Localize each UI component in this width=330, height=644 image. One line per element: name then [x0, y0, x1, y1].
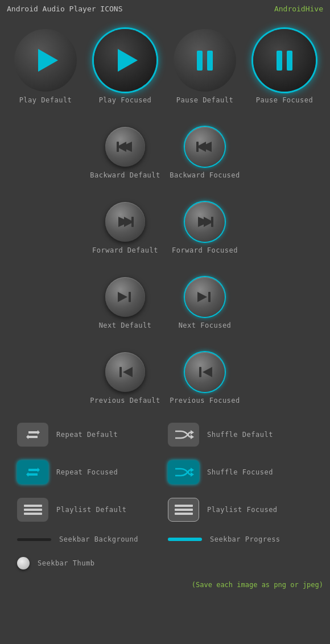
forward-focused-cell: Forward Focused: [165, 196, 245, 260]
header-title: Android Audio Player ICONS: [7, 5, 123, 13]
svg-marker-16: [123, 367, 133, 377]
header: Android Audio Player ICONS AndroidHive: [0, 0, 330, 18]
playlist-default-button[interactable]: [17, 498, 48, 522]
backward-focused-cell: Backward Focused: [165, 121, 245, 185]
next-default-button[interactable]: [105, 277, 145, 317]
svg-marker-14: [197, 292, 207, 302]
pause-default-icon: [197, 51, 213, 71]
seekbar-bg-row: Seekbar Background: [6, 531, 156, 548]
shuffle-default-icon: [174, 427, 194, 443]
pause-bar-left: [197, 51, 203, 71]
pause-default-cell: Pause Default: [165, 23, 245, 110]
svg-marker-22: [191, 435, 194, 439]
next-default-icon: [116, 289, 134, 305]
next-focused-label: Next Focused: [179, 321, 232, 329]
next-focused-cell: Next Focused: [165, 271, 245, 335]
repeat-focused-button[interactable]: [17, 460, 48, 484]
backward-focused-label: Backward Focused: [170, 171, 240, 179]
playlist-default-row: Playlist Default: [6, 493, 156, 526]
repeat-shuffle-focused-section: Repeat Focused Shuffle Focused: [0, 453, 330, 491]
footer-note-text: (Save each image as png or jpeg): [192, 581, 323, 589]
backward-default-cell: Backward Default: [85, 121, 165, 185]
forward-focused-icon: [195, 214, 215, 230]
seekbar-thumb-section: Seekbar Thumb: [0, 550, 330, 576]
play-focused-label: Play Focused: [99, 96, 152, 104]
svg-marker-25: [191, 430, 194, 435]
play-default-button[interactable]: [14, 29, 77, 92]
shuffle-default-button[interactable]: [168, 423, 199, 447]
play-pause-section: Play Default Play Focused Pause Default …: [0, 18, 330, 115]
shuffle-focused-button[interactable]: [168, 460, 199, 484]
seekbar-section: Seekbar Background Seekbar Progress: [0, 529, 330, 550]
play-default-cell: Play Default: [6, 23, 85, 110]
forward-default-label: Forward Default: [92, 246, 158, 254]
backward-default-icon: [115, 139, 135, 155]
forward-focused-button[interactable]: [185, 202, 225, 242]
next-focused-button[interactable]: [185, 277, 225, 317]
playlist-focused-row: Playlist Focused: [156, 493, 307, 526]
play-focused-icon: [118, 49, 138, 72]
previous-focused-button[interactable]: [185, 352, 225, 392]
shuffle-default-label: Shuffle Default: [207, 431, 273, 439]
pause-focused-button[interactable]: [253, 29, 316, 92]
play-focused-button[interactable]: [94, 29, 156, 92]
play-focused-cell: Play Focused: [85, 23, 165, 110]
seekbar-bg-label: Seekbar Background: [59, 535, 138, 543]
shuffle-default-row: Shuffle Default: [156, 418, 307, 451]
playlist-focused-label: Playlist Focused: [207, 506, 278, 514]
seekbar-thumb-element[interactable]: [17, 557, 30, 569]
pause-default-button[interactable]: [174, 29, 236, 92]
pause-focused-icon: [277, 51, 292, 71]
pause-focused-label: Pause Focused: [256, 96, 313, 104]
header-brand: AndroidHive: [274, 5, 323, 13]
svg-marker-31: [191, 468, 194, 472]
play-default-icon: [38, 49, 58, 72]
forward-default-cell: Forward Default: [85, 196, 165, 260]
playlist-focused-button[interactable]: [168, 498, 199, 522]
next-focused-icon: [196, 289, 214, 305]
repeat-default-label: Repeat Default: [56, 431, 118, 439]
forward-default-icon: [115, 214, 135, 230]
next-section: Next Default Next Focused: [0, 266, 330, 341]
svg-marker-12: [118, 292, 127, 302]
repeat-default-row: Repeat Default: [6, 418, 156, 451]
previous-default-button[interactable]: [105, 352, 145, 392]
previous-default-label: Previous Default: [90, 397, 160, 404]
shuffle-focused-icon: [174, 464, 194, 480]
forward-default-button[interactable]: [105, 202, 145, 242]
seekbar-progress-element: [168, 538, 202, 541]
svg-marker-18: [203, 367, 212, 377]
repeat-focused-row: Repeat Focused: [6, 456, 156, 489]
repeat-focused-icon: [24, 464, 42, 480]
seekbar-bg-element: [17, 538, 51, 541]
play-default-label: Play Default: [19, 96, 72, 104]
svg-rect-17: [119, 367, 122, 377]
svg-rect-19: [199, 367, 201, 377]
svg-rect-15: [208, 292, 211, 302]
svg-marker-28: [191, 472, 194, 477]
previous-section: Previous Default Previous Focused: [0, 341, 330, 416]
previous-focused-label: Previous Focused: [170, 397, 240, 404]
svg-rect-33: [24, 509, 42, 511]
svg-rect-32: [24, 505, 42, 507]
pause-default-label: Pause Default: [176, 96, 233, 104]
playlist-focused-icon: [173, 502, 195, 518]
svg-rect-37: [175, 513, 193, 515]
pause-bar-right: [207, 51, 213, 71]
previous-default-icon: [116, 364, 134, 380]
backward-default-button[interactable]: [105, 127, 145, 167]
backward-default-label: Backward Default: [90, 171, 160, 179]
repeat-focused-label: Repeat Focused: [56, 468, 118, 476]
backward-focused-icon: [195, 139, 215, 155]
repeat-default-button[interactable]: [17, 423, 48, 447]
next-default-cell: Next Default: [85, 271, 165, 335]
pause-focused-cell: Pause Focused: [245, 23, 324, 110]
svg-rect-36: [175, 509, 193, 511]
previous-default-cell: Previous Default: [85, 346, 165, 410]
playlist-section: Playlist Default Playlist Focused: [0, 491, 330, 529]
shuffle-focused-label: Shuffle Focused: [207, 468, 273, 476]
playlist-default-icon: [22, 502, 44, 518]
backward-focused-button[interactable]: [185, 127, 225, 167]
previous-focused-icon: [196, 364, 214, 380]
next-default-label: Next Default: [99, 321, 152, 329]
